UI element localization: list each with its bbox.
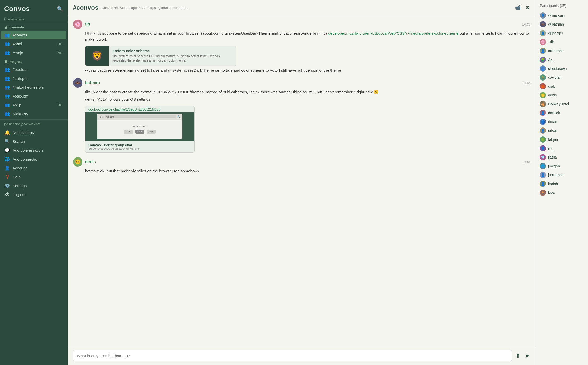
channel-item-mojo[interactable]: 👥 #mojo 60+ xyxy=(1,48,66,57)
image-preview: dogfood.convos.chat/file/1/8aqUnL800521M… xyxy=(85,106,195,153)
message-text: batman: ok, but that probably relies on … xyxy=(85,168,531,174)
participant-name: justJanne xyxy=(548,173,564,177)
participant-name: jmcgnh xyxy=(548,164,560,168)
sidebar: Convos 🔍 Conversations 🖥freenode 👥 #conv… xyxy=(0,0,68,365)
link-preview-image: 🦁 xyxy=(85,46,109,66)
participant-avatar: 👤 xyxy=(540,12,546,19)
participant-az-[interactable]: 🧩 Az_ xyxy=(539,55,585,64)
channel-item-oslo-pm[interactable]: 👥 #oslo.pm xyxy=(1,92,66,100)
channel-icon: 👥 xyxy=(5,85,10,90)
message-header: 🌸 tib 14:36 xyxy=(73,20,531,29)
screenshot-preview: ◀ ▶General🔍 Appearance: Light Dark Auto xyxy=(85,112,194,141)
nav-label: Log out xyxy=(13,192,26,197)
add-connection-icon: 🌐 xyxy=(5,157,10,162)
conversations-label: Conversations xyxy=(0,16,68,22)
channel-icon: 👥 xyxy=(5,111,10,116)
participant-kodah[interactable]: 👤 kodah xyxy=(539,179,585,188)
username-batman: batman xyxy=(85,81,100,85)
message-link[interactable]: developer.mozilla.org/en-US/docs/Web/CSS… xyxy=(328,31,458,35)
channel-topic: Convos has video support \o/ - https://g… xyxy=(101,6,511,10)
nav-item-logout[interactable]: ⏻ Log out xyxy=(1,190,66,199)
participant-cloudprawn[interactable]: 🌀 cloudprawn xyxy=(539,64,585,73)
avatar-tib: 🌸 xyxy=(73,20,82,29)
participant-name: arthurpbs xyxy=(548,49,563,53)
participant-name: DonkeyHotei xyxy=(548,102,569,106)
participant-avatar: 🏃 xyxy=(540,190,546,196)
participant-avatar: 👤 xyxy=(540,181,546,187)
message-continuation: with privacy.resistFingerprinting set to… xyxy=(85,68,531,74)
channel-label: #cph.pm xyxy=(13,76,28,81)
participant--batman[interactable]: 🦇 @batman xyxy=(539,20,585,29)
message-continuation: denis: "Auto" follows your OS settings xyxy=(85,96,531,102)
participant--jberger[interactable]: 👤 @jberger xyxy=(539,29,585,38)
screenshot-mock: ◀ ▶General🔍 Appearance: Light Dark Auto xyxy=(97,114,182,139)
participant-covidian[interactable]: 🏃 covidian xyxy=(539,73,585,82)
participant-avatar: 👤 xyxy=(540,110,546,116)
participant-fabjan[interactable]: 🟢 fabjan xyxy=(539,135,585,144)
network-icon: 🖥 xyxy=(4,25,8,29)
channel-icon: 👥 xyxy=(5,94,10,99)
participant-name: @jberger xyxy=(548,31,563,35)
participant-name: jin_ xyxy=(548,146,554,150)
participant-jmcgnh[interactable]: 🌐 jmcgnh xyxy=(539,162,585,171)
participant-donkeyhotei[interactable]: 🐴 DonkeyHotei xyxy=(539,100,585,108)
participant-denis[interactable]: 😊 denis xyxy=(539,91,585,100)
message-input[interactable] xyxy=(73,350,512,361)
channel-item-html[interactable]: 👥 #html 60+ xyxy=(1,40,66,48)
channel-icon: 👥 xyxy=(5,102,10,107)
participant-avatar: 🦇 xyxy=(540,21,546,27)
participant-jin-[interactable]: 👤 jin_ xyxy=(539,144,585,153)
participant--tib[interactable]: 🌸 +tib xyxy=(539,38,585,46)
channel-item-nickserv[interactable]: 👥 NickServ xyxy=(1,110,66,118)
participant-avatar: 💎 xyxy=(540,154,546,160)
participant-dotan[interactable]: 🔵 dotan xyxy=(539,117,585,126)
message-text: tib: I want the post to create the theme… xyxy=(85,89,531,95)
nav-item-notifications[interactable]: 🔔 Notifications xyxy=(1,128,66,137)
nav-item-add-conversation[interactable]: 💬 Add conversation xyxy=(1,146,66,155)
nav-item-account[interactable]: 👤 Account xyxy=(1,164,66,172)
channel-label: #oslo.pm xyxy=(13,94,28,98)
channel-header: #convos Convos has video support \o/ - h… xyxy=(68,0,536,15)
channel-item-miltonkeynes[interactable]: 👥 #miltonkeynes.pm xyxy=(1,83,66,92)
participant-name: @marcusr xyxy=(548,13,565,17)
participant-krzx[interactable]: 🏃 krzx xyxy=(539,188,585,197)
participant-crab[interactable]: 🦀 crab xyxy=(539,82,585,91)
channel-badge: 60+ xyxy=(58,51,63,55)
participant-dornick[interactable]: 👤 dornick xyxy=(539,108,585,117)
participant-jjatria[interactable]: 💎 jjatria xyxy=(539,153,585,162)
network-magnet[interactable]: 🖥magnet xyxy=(0,57,68,65)
participant-avatar: 😊 xyxy=(540,92,546,98)
sidebar-search-icon[interactable]: 🔍 xyxy=(57,6,63,12)
message-header: 😊 denis 14:56 xyxy=(73,157,531,167)
channel-item-p5p[interactable]: 👥 #p5p 60+ xyxy=(1,101,66,109)
channel-item-convos[interactable]: 👥 #convos xyxy=(1,31,66,39)
network-freenode[interactable]: 🖥freenode xyxy=(0,23,68,31)
message-header: 🦇 batman 14:55 xyxy=(73,78,531,88)
nav-item-help[interactable]: ❓ Help xyxy=(1,173,66,181)
avatar-denis: 😊 xyxy=(73,157,82,167)
channel-label: NickServ xyxy=(13,112,28,116)
nav-item-search[interactable]: 🔍 Search xyxy=(1,137,66,146)
participant-avatar: 👤 xyxy=(540,48,546,54)
upload-icon[interactable]: ⬆ xyxy=(514,351,521,360)
channel-item-boolean[interactable]: 👥 #boolean xyxy=(1,65,66,74)
participant-arthurpbs[interactable]: 👤 arthurpbs xyxy=(539,46,585,55)
settings-icon[interactable]: ⚙ xyxy=(524,4,531,11)
participant-justjanne[interactable]: 👤 justJanne xyxy=(539,171,585,179)
message-group-msg2: 🦇 batman 14:55 tib: I want the post to c… xyxy=(73,78,531,153)
input-area: ⬆ ➤ xyxy=(68,346,536,365)
participant-name: crab xyxy=(548,84,555,88)
participant-avatar: 🧩 xyxy=(540,57,546,63)
video-icon[interactable]: 📹 xyxy=(514,4,522,11)
image-link[interactable]: dogfood.convos.chat/file/1/8aqUnL800521M… xyxy=(85,106,194,112)
participant--marcusr[interactable]: 👤 @marcusr xyxy=(539,11,585,20)
link-preview: 🦁 prefers-color-scheme The prefers-color… xyxy=(85,46,236,66)
channel-item-cph-pm[interactable]: 👥 #cph.pm xyxy=(1,74,66,83)
channel-label: #html xyxy=(13,42,22,46)
username-tib: tib xyxy=(85,22,90,27)
nav-label: Settings xyxy=(13,184,27,188)
nav-item-add-connection[interactable]: 🌐 Add connection xyxy=(1,155,66,163)
nav-item-settings[interactable]: ⚙️ Settings xyxy=(1,181,66,190)
participant-erkan[interactable]: 👤 erkan xyxy=(539,126,585,135)
send-icon[interactable]: ➤ xyxy=(524,351,531,360)
